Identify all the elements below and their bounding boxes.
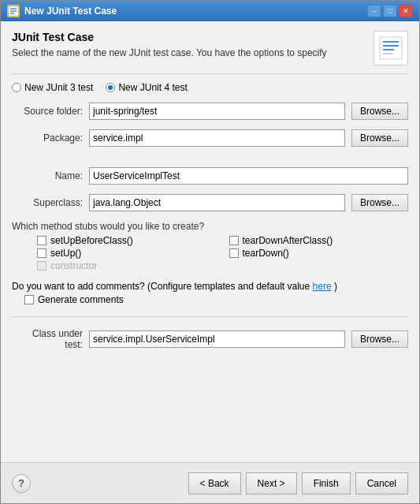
stub-setup-checkbox[interactable] xyxy=(37,248,46,258)
comments-checkbox-row[interactable]: Generate comments xyxy=(12,294,408,305)
package-row: Package: Browse... xyxy=(12,129,408,147)
source-folder-row: Source folder: Browse... xyxy=(12,103,408,120)
stub-setup[interactable]: setUp() xyxy=(37,248,217,259)
dialog-description: Select the name of the new JUnit test ca… xyxy=(12,47,327,60)
dialog-title: JUnit Test Case xyxy=(12,31,327,43)
stub-setup-label: setUp() xyxy=(50,248,81,259)
stub-teardown[interactable]: tearDown() xyxy=(229,248,409,259)
superclass-row: Superclass: Browse... xyxy=(12,194,408,211)
stub-setupbeforeclass-checkbox[interactable] xyxy=(37,236,46,245)
superclass-input[interactable] xyxy=(89,194,345,211)
radio-junit4-circle[interactable] xyxy=(106,83,115,92)
package-browse-button[interactable]: Browse... xyxy=(351,129,408,147)
stub-teardown-checkbox[interactable] xyxy=(229,248,239,258)
stub-constructor-checkbox xyxy=(37,261,46,271)
stub-teardownafterclass-checkbox[interactable] xyxy=(229,236,239,245)
title-bar-left: New JUnit Test Case xyxy=(7,5,117,17)
stubs-question: Which method stubs would you like to cre… xyxy=(12,221,408,232)
stub-setupbeforeclass[interactable]: setUpBeforeClass() xyxy=(37,235,217,246)
class-under-test-input[interactable] xyxy=(89,330,345,348)
finish-button[interactable]: Finish xyxy=(302,472,351,495)
minimize-button[interactable]: – xyxy=(367,5,381,17)
class-under-test-browse-button[interactable]: Browse... xyxy=(351,330,408,348)
junit-version-selection: New JUnit 3 test New JUnit 4 test xyxy=(12,82,408,93)
main-window: New JUnit Test Case – □ ✕ JUnit Test Cas… xyxy=(0,0,420,504)
name-input[interactable] xyxy=(89,167,408,185)
source-folder-input[interactable] xyxy=(89,103,345,120)
superclass-browse-button[interactable]: Browse... xyxy=(351,194,408,211)
comments-question: Do you want to add comments? (Configure … xyxy=(12,281,310,292)
bottom-left: ? xyxy=(12,474,31,493)
title-bar: New JUnit Test Case – □ ✕ xyxy=(1,1,419,21)
stub-teardown-label: tearDown() xyxy=(243,248,289,259)
package-input[interactable] xyxy=(89,129,345,147)
header-text: JUnit Test Case Select the name of the n… xyxy=(12,31,327,60)
next-button[interactable]: Next > xyxy=(246,472,297,495)
name-label: Name: xyxy=(12,170,83,181)
maximize-button[interactable]: □ xyxy=(383,5,397,17)
class-under-test-label: Class under test: xyxy=(12,328,83,350)
comments-link[interactable]: here xyxy=(313,281,332,292)
radio-junit3[interactable]: New JUnit 3 test xyxy=(12,82,93,93)
comments-section: Do you want to add comments? (Configure … xyxy=(12,281,408,305)
header-icon xyxy=(374,31,408,65)
close-button[interactable]: ✕ xyxy=(399,5,413,17)
help-button[interactable]: ? xyxy=(12,474,31,493)
stub-teardownafterclass-label: tearDownAfterClass() xyxy=(243,235,333,246)
stub-constructor: constructor xyxy=(37,260,217,271)
generate-comments-checkbox[interactable] xyxy=(24,295,34,304)
package-label: Package: xyxy=(12,133,83,144)
radio-junit3-label: New JUnit 3 test xyxy=(24,82,93,93)
class-under-test-row: Class under test: Browse... xyxy=(12,328,408,350)
back-button[interactable]: < Back xyxy=(188,472,241,495)
source-folder-browse-button[interactable]: Browse... xyxy=(351,103,408,120)
cancel-button[interactable]: Cancel xyxy=(355,472,408,495)
radio-junit3-circle[interactable] xyxy=(12,83,21,92)
name-row: Name: xyxy=(12,167,408,185)
window-title: New JUnit Test Case xyxy=(24,6,117,17)
generate-comments-label: Generate comments xyxy=(38,294,124,305)
stubs-section: Which method stubs would you like to cre… xyxy=(12,221,408,271)
divider xyxy=(12,316,408,317)
radio-junit4-label: New JUnit 4 test xyxy=(118,82,187,93)
stub-setupbeforeclass-label: setUpBeforeClass() xyxy=(50,235,133,246)
comments-question-end: ) xyxy=(334,281,337,292)
stubs-grid: setUpBeforeClass() tearDownAfterClass() … xyxy=(12,235,408,271)
header-section: JUnit Test Case Select the name of the n… xyxy=(12,31,408,74)
svg-rect-4 xyxy=(380,37,402,59)
title-controls: – □ ✕ xyxy=(367,5,413,17)
bottom-buttons: < Back Next > Finish Cancel xyxy=(188,472,408,495)
radio-junit4[interactable]: New JUnit 4 test xyxy=(106,82,187,93)
source-folder-label: Source folder: xyxy=(12,106,83,117)
bottom-bar: ? < Back Next > Finish Cancel xyxy=(1,462,419,503)
stub-constructor-label: constructor xyxy=(50,260,97,271)
superclass-label: Superclass: xyxy=(12,197,83,208)
stub-teardownafterclass[interactable]: tearDownAfterClass() xyxy=(229,235,409,246)
window-icon xyxy=(7,5,20,17)
content-area: JUnit Test Case Select the name of the n… xyxy=(1,21,419,462)
